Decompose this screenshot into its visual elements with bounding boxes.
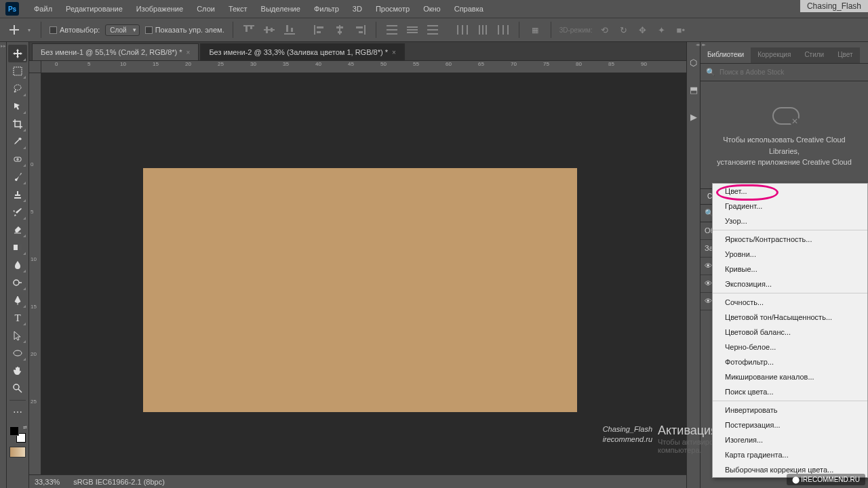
ruler-origin[interactable] (29, 61, 41, 73)
align-top-icon[interactable] (241, 22, 256, 37)
document-tabs: Без имени-1 @ 55,1% (Слой 2, RGB/8*) *× … (29, 42, 686, 61)
close-icon[interactable]: × (186, 49, 191, 56)
history-icon[interactable]: ⬒ (688, 80, 700, 99)
align-hcenter-icon[interactable] (332, 22, 347, 37)
menu-item-экспозиция[interactable]: Экспозиция... (713, 277, 867, 291)
tab-color[interactable]: Цвет (831, 47, 859, 63)
menu-item-изогелия[interactable]: Изогелия... (713, 432, 867, 447)
align-vcenter-icon[interactable] (262, 22, 277, 37)
menu-edit[interactable]: Редактирование (59, 2, 130, 16)
distribute-bottom-icon[interactable] (425, 22, 440, 37)
scale-icon[interactable]: ■• (674, 23, 688, 37)
menu-item-узор[interactable]: Узор... (713, 214, 867, 228)
brush-tool[interactable] (8, 168, 27, 186)
stock-search-input[interactable] (719, 68, 863, 76)
app-logo: Ps (5, 2, 19, 16)
distribute-top-icon[interactable] (384, 22, 399, 37)
hand-tool[interactable] (8, 362, 27, 380)
edit-toolbar-button[interactable]: ⋯ (8, 403, 27, 421)
ruler-tick: 80 (576, 61, 582, 67)
quick-select-tool[interactable] (8, 98, 27, 115)
ruler-vertical[interactable]: 0510152025 (29, 73, 41, 474)
history-brush-tool[interactable] (8, 203, 27, 221)
shape-tool[interactable] (8, 344, 27, 362)
tab-styles[interactable]: Стили (797, 47, 831, 63)
menu-item-цветовойбаланс[interactable]: Цветовой баланс... (713, 325, 867, 340)
distribute-right-icon[interactable] (496, 22, 511, 37)
tab-libraries[interactable]: Библиотеки (701, 47, 751, 63)
menu-divider (713, 230, 867, 230)
autoselect-target-select[interactable]: Слой (105, 24, 139, 36)
menu-3d[interactable]: 3D (346, 2, 369, 16)
menu-item-цвет[interactable]: Цвет... (713, 184, 867, 199)
site-watermark: ⬤ IRECOMMEND.RU (787, 474, 865, 485)
ruler-horizontal[interactable]: 051015202530354045505560657075808590 (41, 61, 686, 73)
blur-tool[interactable] (8, 256, 27, 274)
menu-item-градиент[interactable]: Градиент... (713, 199, 867, 214)
menu-image[interactable]: Изображение (130, 2, 190, 16)
auto-align-icon[interactable]: ▦ (528, 22, 542, 37)
stamp-tool[interactable] (8, 186, 27, 203)
menu-window[interactable]: Окно (416, 2, 448, 16)
menu-item-картаградиента[interactable]: Карта градиента... (713, 447, 867, 462)
menu-text[interactable]: Текст (222, 2, 254, 16)
tool-preset-dropdown[interactable]: ▾ (26, 24, 33, 35)
distribute-left-icon[interactable] (455, 22, 470, 37)
type-tool[interactable]: T (8, 309, 27, 327)
tab-adjustments[interactable]: Коррекция (751, 47, 797, 63)
roll-icon[interactable]: ↻ (617, 23, 631, 37)
pen-tool[interactable] (8, 291, 27, 309)
align-bottom-icon[interactable] (282, 22, 297, 37)
menu-filter[interactable]: Фильтр (307, 2, 346, 16)
menu-item-поискцвета[interactable]: Поиск цвета... (713, 384, 867, 399)
align-right-icon[interactable] (353, 22, 368, 37)
menu-select[interactable]: Выделение (254, 2, 307, 16)
menu-item-чернобелое[interactable]: Черно-белое... (713, 340, 867, 354)
distribute-hcenter-icon[interactable] (475, 22, 490, 37)
doc-tab-2[interactable]: Без имени-2 @ 33,3% (Заливка цветом 1, R… (200, 43, 404, 60)
menu-view[interactable]: Просмотр (369, 2, 416, 16)
menu-help[interactable]: Справка (448, 2, 490, 16)
distribute-vcenter-icon[interactable] (405, 22, 420, 37)
menu-layers[interactable]: Слои (190, 2, 222, 16)
toolbox-handle[interactable]: ▸▸ (0, 42, 7, 488)
canvas[interactable]: Chasing_Flash irecommend.ru (41, 73, 686, 474)
cube-icon[interactable]: ⬡ (688, 53, 700, 72)
eraser-tool[interactable] (8, 221, 27, 239)
lasso-tool[interactable] (8, 80, 27, 98)
show-controls-checkbox[interactable]: Показать упр. элем. (145, 26, 224, 35)
eyedropper-tool[interactable] (8, 133, 27, 150)
autoselect-checkbox[interactable]: Автовыбор: (50, 26, 100, 35)
menu-item-сочность[interactable]: Сочность... (713, 295, 867, 310)
ruler-tick: 75 (543, 61, 549, 67)
color-swatches[interactable]: ⇄ (9, 426, 26, 443)
menu-item-микшированиеканалов[interactable]: Микширование каналов... (713, 369, 867, 384)
align-left-icon[interactable] (312, 22, 327, 37)
menu-item-постеризация[interactable]: Постеризация... (713, 418, 867, 432)
path-select-tool[interactable] (8, 327, 27, 344)
dodge-tool[interactable] (8, 274, 27, 291)
play-icon[interactable]: ▶ (688, 107, 700, 126)
healing-tool[interactable] (8, 150, 27, 168)
zoom-level[interactable]: 33,33% (35, 478, 60, 486)
author-tag: Chasing_Flash (800, 0, 868, 12)
menu-item-яркостьконтрастность[interactable]: Яркость/Контрастность... (713, 232, 867, 247)
marquee-tool[interactable] (8, 62, 27, 80)
zoom-tool[interactable] (8, 380, 27, 397)
menu-file[interactable]: Файл (27, 2, 59, 16)
orbit-icon[interactable]: ⟲ (598, 23, 612, 37)
move-tool[interactable] (8, 45, 27, 62)
slide-icon[interactable]: ✦ (655, 23, 669, 37)
pan-icon[interactable]: ✥ (636, 23, 650, 37)
gradient-swatch[interactable] (9, 447, 26, 458)
crop-tool[interactable] (8, 115, 27, 133)
gradient-tool[interactable] (8, 239, 27, 256)
document-area: Без имени-1 @ 55,1% (Слой 2, RGB/8*) *× … (29, 42, 686, 488)
menu-item-фотофильтр[interactable]: Фотофильтр... (713, 354, 867, 369)
menu-item-уровни[interactable]: Уровни... (713, 247, 867, 262)
menu-item-цветовойтоннасыщенность[interactable]: Цветовой тон/Насыщенность... (713, 310, 867, 325)
close-icon[interactable]: × (392, 49, 396, 56)
menu-item-кривые[interactable]: Кривые... (713, 262, 867, 277)
menu-item-инвертировать[interactable]: Инвертировать (713, 403, 867, 418)
doc-tab-1[interactable]: Без имени-1 @ 55,1% (Слой 2, RGB/8*) *× (32, 43, 199, 60)
